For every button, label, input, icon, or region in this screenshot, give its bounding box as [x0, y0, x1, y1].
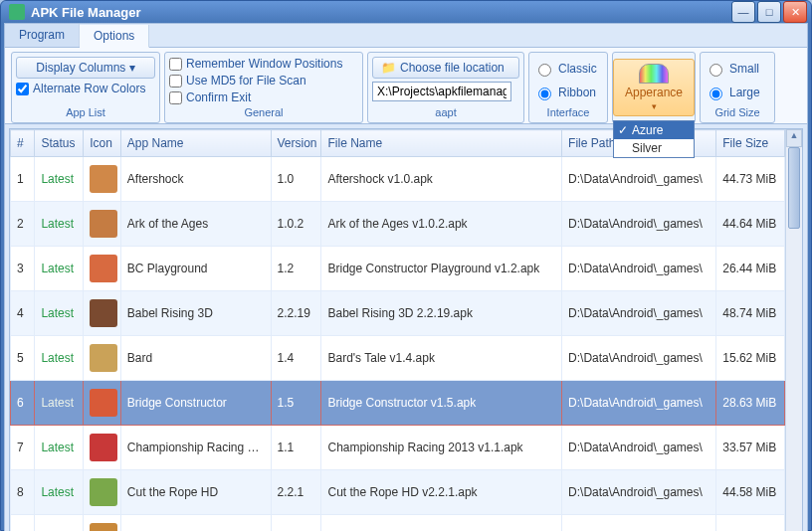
interface-ribbon-input[interactable] [538, 88, 551, 100]
remember-positions-input[interactable] [169, 58, 182, 71]
table-row[interactable]: 6LatestBridge Constructor1.5Bridge Const… [11, 381, 785, 426]
display-columns-button[interactable]: Display Columns ▾ [16, 57, 155, 79]
confirm-exit-checkbox[interactable]: Confirm Exit [169, 90, 358, 104]
cell-icon [84, 470, 121, 515]
appearance-label: Apperance [625, 86, 683, 99]
scroll-thumb[interactable] [788, 147, 800, 229]
display-columns-label: Display Columns [36, 61, 125, 75]
gridsize-large-label: Large [729, 86, 760, 99]
ribbon-group-aapt: 📁 Choose file location aapt [367, 52, 524, 123]
gridsize-small-input[interactable] [710, 64, 722, 77]
maximize-button[interactable]: □ [757, 1, 781, 23]
cell-status: Latest [35, 426, 84, 470]
interface-classic-radio[interactable]: Classic [533, 61, 603, 77]
use-md5-checkbox[interactable]: Use MD5 for File Scan [169, 74, 358, 88]
cell-version: 1.4 [271, 336, 321, 381]
col-header-appname[interactable]: App Name [120, 130, 271, 157]
tab-options[interactable]: Options [80, 25, 149, 48]
cell-icon [84, 291, 121, 336]
table-row[interactable]: 2LatestArk of the Ages1.0.2Ark of the Ag… [11, 202, 785, 247]
alternate-row-colors-input[interactable] [16, 83, 29, 95]
tab-program[interactable]: Program [5, 24, 80, 47]
window-title: APK File Manager [31, 5, 731, 20]
table-row[interactable]: 4LatestBabel Rising 3D2.2.19Babel Rising… [11, 291, 785, 336]
interface-classic-input[interactable] [538, 64, 551, 77]
vertical-scrollbar[interactable]: ▲ ▼ [785, 129, 802, 531]
app-icon [90, 165, 117, 193]
table-row[interactable]: 3LatestBC Playground1.2Bridge Constructo… [11, 247, 785, 291]
remember-positions-label: Remember Window Positions [186, 57, 342, 71]
interface-classic-label: Classic [558, 62, 597, 76]
minimize-button[interactable]: — [731, 1, 755, 23]
app-icon [90, 389, 117, 417]
ribbon-group-interface: Classic Ribbon Interface [528, 52, 608, 123]
col-header-num[interactable]: # [11, 130, 35, 157]
cell-icon [84, 157, 121, 202]
cell-appname: Bard [120, 336, 271, 381]
remember-positions-checkbox[interactable]: Remember Window Positions [169, 57, 358, 71]
cell-filesize: 48.74 MiB [716, 291, 785, 336]
client-area: Program Options Display Columns ▾ Altern… [4, 23, 808, 531]
cell-filepath: D:\Data\Android\_games\ [562, 426, 716, 470]
cell-version: 1.0.2 [271, 202, 321, 247]
cell-filesize: 26.44 MiB [716, 247, 785, 291]
appearance-option-silver[interactable]: Silver [614, 139, 694, 157]
col-header-icon[interactable]: Icon [84, 130, 121, 157]
table-row[interactable]: 5LatestBard1.4Bard's Tale v1.4.apkD:\Dat… [11, 336, 785, 381]
cell-status: Latest [35, 381, 84, 426]
cell-filepath: D:\Data\Android\_games\ [562, 202, 716, 247]
gridsize-large-input[interactable] [710, 88, 722, 100]
close-button[interactable]: ✕ [783, 1, 807, 23]
cell-num: 1 [11, 157, 35, 202]
titlebar[interactable]: APK File Manager — □ ✕ [1, 1, 811, 23]
app-icon [90, 434, 117, 461]
interface-ribbon-label: Ribbon [558, 86, 596, 99]
cell-version: 1.2 [271, 247, 321, 291]
cell-version: 1.0.0 [271, 515, 321, 532]
interface-ribbon-radio[interactable]: Ribbon [533, 85, 603, 100]
scroll-up-button[interactable]: ▲ [786, 129, 802, 147]
gridsize-small-radio[interactable]: Small [705, 61, 770, 77]
cell-version: 2.2.1 [271, 470, 321, 515]
col-header-filesize[interactable]: File Size [716, 130, 785, 157]
cell-appname: Championship Racing 2013 [120, 426, 271, 470]
appearance-button[interactable]: Apperance ▾ [613, 59, 695, 116]
cell-filename: Ark of the Ages v1.0.2.apk [321, 202, 562, 247]
gridsize-small-label: Small [729, 62, 759, 76]
app-icon [90, 478, 117, 506]
cell-appname: Ark of the Ages [120, 202, 271, 247]
table-row[interactable]: 8LatestCut the Rope HD2.2.1Cut the Rope … [11, 470, 785, 515]
cell-status: Latest [35, 470, 84, 515]
group-label-aapt: aapt [372, 104, 519, 118]
app-icon [90, 523, 117, 531]
gridsize-large-radio[interactable]: Large [705, 85, 770, 100]
cell-appname: Cut the Rope HD [120, 470, 271, 515]
table-row[interactable]: 9LatestDust Gold1.0.0Dust Offroad Racing… [11, 515, 785, 532]
col-header-version[interactable]: Version [271, 130, 321, 157]
cell-icon [84, 247, 121, 291]
app-icon [9, 4, 25, 20]
appearance-option-azure[interactable]: Azure [614, 121, 694, 139]
table-row[interactable]: 7LatestChampionship Racing 20131.1Champi… [11, 426, 785, 470]
cell-filesize: 15.62 MiB [716, 336, 785, 381]
col-header-status[interactable]: Status [35, 130, 84, 157]
choose-file-button[interactable]: 📁 Choose file location [372, 57, 519, 79]
cell-filesize: 33.57 MiB [716, 426, 785, 470]
group-label-applist: App List [16, 104, 155, 118]
palette-icon [639, 64, 669, 84]
col-header-filename[interactable]: File Name [321, 130, 562, 157]
app-icon [90, 299, 117, 327]
table-row[interactable]: 1LatestAftershock1.0Aftershock v1.0.apkD… [11, 157, 785, 202]
alternate-row-colors-checkbox[interactable]: Alternate Row Colors [16, 82, 155, 95]
cell-num: 6 [11, 381, 35, 426]
data-grid: # Status Icon App Name Version File Name… [9, 128, 803, 531]
confirm-exit-input[interactable] [169, 91, 182, 104]
chevron-down-icon: ▾ [129, 61, 135, 75]
cell-status: Latest [35, 515, 84, 532]
aapt-path-input[interactable] [372, 82, 511, 101]
app-icon [90, 210, 117, 238]
cell-num: 3 [11, 247, 35, 291]
cell-icon [84, 381, 121, 426]
use-md5-input[interactable] [169, 75, 182, 88]
cell-status: Latest [35, 247, 84, 291]
